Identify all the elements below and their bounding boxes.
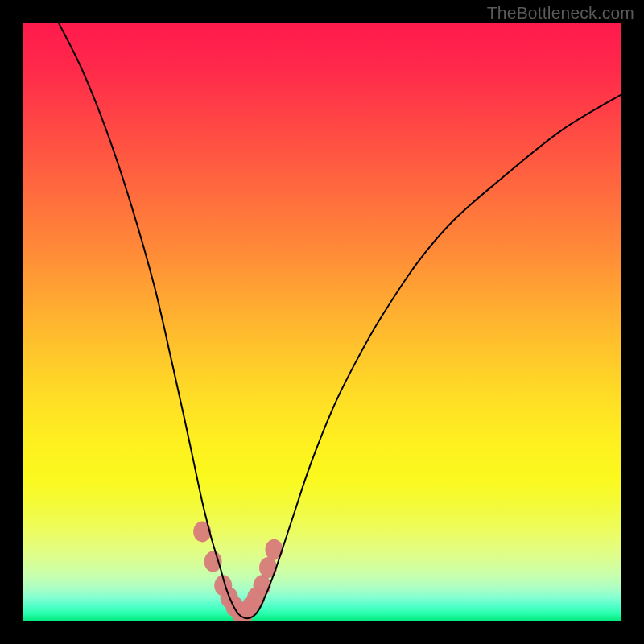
plot-area xyxy=(23,23,621,621)
bottom-markers-group xyxy=(193,521,283,621)
bottleneck-curve-path xyxy=(59,23,621,618)
bottom-marker xyxy=(254,575,271,596)
curve-layer xyxy=(23,23,621,621)
chart-frame: TheBottleneck.com xyxy=(0,0,644,644)
watermark-text: TheBottleneck.com xyxy=(487,3,634,23)
